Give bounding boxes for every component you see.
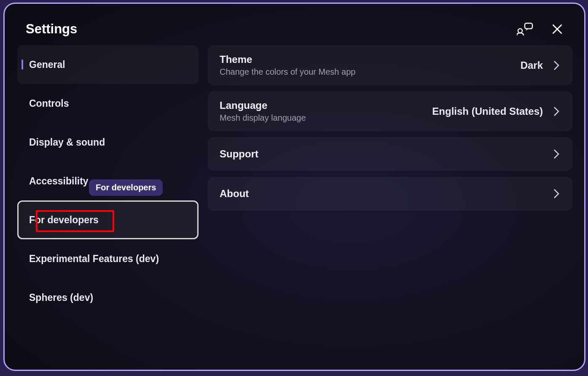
chevron-right-icon [553,60,560,71]
setting-info: About [220,188,249,200]
setting-theme[interactable]: Theme Change the colors of your Mesh app… [208,45,572,85]
sidebar-item-label: General [29,59,65,70]
window-body: General Controls Display & sound Accessi… [5,45,584,317]
setting-info: Language Mesh display language [220,100,306,123]
sidebar-item-display-sound[interactable]: Display & sound [17,123,199,162]
setting-language[interactable]: Language Mesh display language English (… [208,91,572,131]
setting-value-group [553,148,560,160]
sidebar-item-for-developers[interactable]: For developers [17,200,199,239]
setting-subtitle: Change the colors of your Mesh app [220,67,355,77]
header-actions [517,22,563,36]
setting-subtitle: Mesh display language [220,113,306,123]
setting-support[interactable]: Support [208,137,572,171]
sidebar-item-label: Controls [29,98,69,109]
setting-value-group: Dark [521,60,560,71]
chevron-right-icon [553,105,560,117]
chevron-right-icon [553,148,560,160]
setting-about[interactable]: About [208,177,572,211]
settings-content: Theme Change the colors of your Mesh app… [208,45,572,317]
setting-value-group: English (United States) [432,105,560,117]
settings-window: Settings General Controls Display & [3,3,585,371]
close-icon[interactable] [551,23,563,35]
sidebar-item-label: Display & sound [29,137,105,148]
setting-info: Theme Change the colors of your Mesh app [220,54,355,77]
setting-info: Support [220,148,258,160]
sidebar-item-label: Spheres (dev) [29,292,93,303]
svg-point-0 [518,29,522,33]
setting-value-group [553,188,560,200]
chevron-right-icon [553,188,560,200]
svg-rect-1 [525,23,532,29]
page-title: Settings [26,22,77,37]
feedback-icon[interactable] [517,22,534,36]
sidebar-item-label: Accessibility [29,176,89,187]
setting-title: Support [220,148,258,160]
sidebar-item-accessibility[interactable]: Accessibility [17,162,199,200]
sidebar-item-controls[interactable]: Controls [17,84,199,123]
sidebar-item-general[interactable]: General [17,45,199,84]
setting-value: English (United States) [432,105,543,117]
sidebar-item-experimental-features[interactable]: Experimental Features (dev) [17,239,199,278]
settings-sidebar: General Controls Display & sound Accessi… [17,45,199,317]
setting-title: Language [220,100,306,111]
setting-title: About [220,188,249,200]
setting-value: Dark [521,60,543,71]
setting-title: Theme [220,54,355,65]
sidebar-item-spheres[interactable]: Spheres (dev) [17,278,199,317]
sidebar-item-label: Experimental Features (dev) [29,253,159,265]
sidebar-item-label: For developers [29,214,99,226]
window-header: Settings [5,4,584,45]
